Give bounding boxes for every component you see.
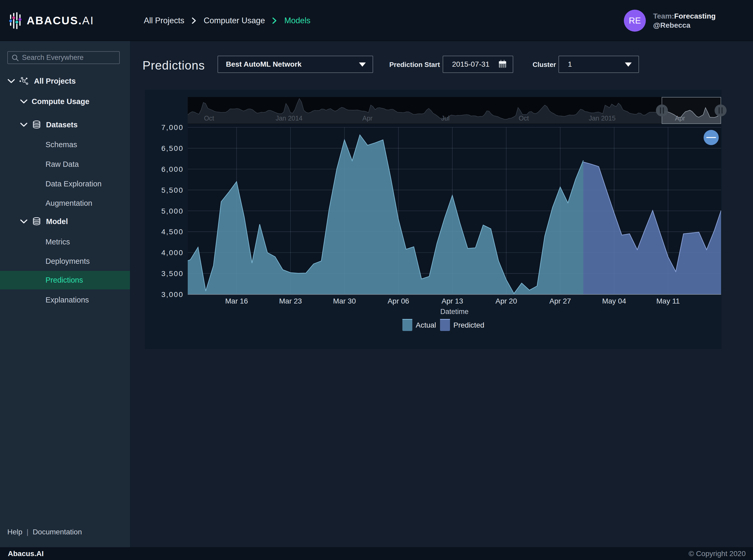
- navigator-handle-right[interactable]: [715, 104, 727, 117]
- x-axis-label: Apr 06: [388, 297, 409, 305]
- breadcrumb-models[interactable]: Models: [284, 16, 310, 25]
- team-label: Team:: [653, 12, 674, 20]
- navigator-label: Apr: [675, 115, 685, 122]
- navigator-label: Apr: [362, 115, 373, 122]
- logo-dot-purple: [19, 18, 21, 21]
- sidebar-item-label: All Projects: [34, 77, 76, 85]
- y-axis-label: 7,000: [161, 123, 183, 132]
- navigator-label: Jan 2015: [589, 115, 616, 122]
- chevron-right-icon: [191, 16, 197, 25]
- prediction-start-value: 2015-07-31: [452, 60, 490, 68]
- sidebar-item-label: Metrics: [45, 238, 70, 246]
- logo-dot-pink: [12, 17, 15, 19]
- x-axis-label: May 11: [656, 297, 680, 305]
- logo-dot-teal: [15, 21, 18, 23]
- chevron-down-icon: [20, 219, 28, 224]
- sidebar-item-compute-usage[interactable]: Compute Usage: [0, 92, 130, 111]
- navigator-label: Oct: [519, 115, 529, 122]
- y-axis-label: 5,500: [161, 186, 183, 194]
- legend-swatch-actual[interactable]: [402, 319, 412, 331]
- sidebar-item-label: Model: [46, 217, 68, 226]
- user-info: Team:Forecasting @Rebecca: [653, 12, 716, 30]
- sidebar-item-all-projects[interactable]: All Projects: [0, 72, 130, 91]
- breadcrumb-all-projects[interactable]: All Projects: [144, 16, 184, 25]
- sidebar-item-metrics[interactable]: Metrics: [0, 233, 130, 251]
- sidebar-item-label: Compute Usage: [32, 97, 90, 106]
- chevron-down-icon: [20, 99, 28, 104]
- chevron-down-icon: [7, 78, 15, 84]
- sidebar-item-label: Explanations: [45, 296, 89, 304]
- team-name: Forecasting: [674, 12, 716, 20]
- search-box[interactable]: [7, 51, 120, 64]
- prediction-start-date-input[interactable]: 2015-07-31: [443, 56, 513, 73]
- documentation-link[interactable]: Documentation: [33, 528, 82, 536]
- footer: Abacus.AI © Copyright 2020: [0, 547, 753, 560]
- cluster-dropdown[interactable]: 1: [558, 56, 639, 73]
- abacus-logo[interactable]: ABACUS.AI: [9, 12, 94, 29]
- logo-text: ABACUS.AI: [27, 14, 94, 27]
- sidebar-item-label: Raw Data: [45, 160, 79, 168]
- y-axis-label: 6,000: [161, 165, 183, 173]
- sidebar-item-label: Datasets: [46, 121, 78, 129]
- navigator-window[interactable]: [662, 97, 721, 124]
- model-dropdown-value: Best AutoML Network: [226, 60, 301, 68]
- zoom-out-button[interactable]: [704, 130, 719, 145]
- main-content: Predictions Best AutoML Network Predicti…: [130, 41, 753, 547]
- x-axis-label: Apr 20: [495, 297, 517, 305]
- link-separator: |: [27, 528, 28, 536]
- navigator-label: Jan 2014: [276, 115, 302, 122]
- sidebar-item-label: Predictions: [45, 276, 83, 284]
- projects-icon: [19, 77, 29, 85]
- x-axis-label: Mar 30: [333, 297, 356, 305]
- breadcrumb-project[interactable]: Computer Usage: [204, 16, 265, 25]
- chevron-down-icon: [359, 62, 366, 67]
- y-axis-label: 5,000: [161, 207, 183, 215]
- sidebar-item-deployments[interactable]: Deployments: [0, 252, 130, 271]
- sidebar-item-model[interactable]: Model: [0, 212, 130, 231]
- sidebar: All ProjectsCompute UsageDatasetsSchemas…: [0, 41, 130, 547]
- navigator-label: Jul: [441, 115, 450, 122]
- sidebar-item-raw-data[interactable]: Raw Data: [0, 155, 130, 174]
- footer-brand: Abacus.AI: [8, 549, 44, 558]
- search-input[interactable]: [22, 54, 116, 62]
- search-icon: [12, 54, 19, 61]
- page-title: Predictions: [142, 58, 205, 73]
- navigator-handle-left[interactable]: [656, 104, 668, 117]
- sidebar-item-data-exploration[interactable]: Data Exploration: [0, 175, 130, 193]
- user-box[interactable]: RE Team:Forecasting @Rebecca: [624, 0, 716, 41]
- chevron-right-icon: [272, 16, 277, 25]
- sidebar-item-label: Augmentation: [45, 199, 92, 207]
- y-axis-label: 3,000: [161, 291, 183, 299]
- logo-dot-blue: [9, 19, 12, 22]
- prediction-start-label: Prediction Start: [389, 61, 440, 69]
- legend-swatch-predicted[interactable]: [440, 319, 450, 331]
- calendar-icon: [498, 59, 507, 69]
- navigator-label: Oct: [204, 115, 214, 122]
- sidebar-item-predictions[interactable]: Predictions: [0, 271, 130, 289]
- avatar[interactable]: RE: [624, 10, 646, 32]
- legend-label[interactable]: Predicted: [453, 321, 484, 329]
- sidebar-item-explanations[interactable]: Explanations: [0, 291, 130, 309]
- sidebar-footer-links: Help|Documentation: [7, 528, 82, 536]
- database-icon: [32, 217, 41, 226]
- help-link[interactable]: Help: [7, 528, 22, 536]
- chevron-down-icon: [625, 62, 632, 67]
- sidebar-item-label: Data Exploration: [45, 180, 101, 188]
- y-axis-label: 6,500: [161, 144, 183, 153]
- y-axis-label: 4,500: [161, 228, 183, 236]
- sidebar-item-datasets[interactable]: Datasets: [0, 116, 130, 134]
- top-bar: ABACUS.AI All Projects Computer Usage Mo…: [0, 0, 753, 41]
- cluster-value: 1: [568, 60, 572, 68]
- chart-svg: 3,0003,5004,0004,5005,0005,5006,0006,500…: [145, 90, 721, 349]
- model-dropdown[interactable]: Best AutoML Network: [218, 56, 373, 73]
- sidebar-item-augmentation[interactable]: Augmentation: [0, 194, 130, 213]
- y-axis-label: 4,000: [161, 248, 183, 257]
- predictions-chart: 3,0003,5004,0004,5005,0005,5006,0006,500…: [145, 90, 721, 349]
- x-axis-label: Mar 16: [225, 297, 248, 305]
- chevron-down-icon: [20, 122, 28, 127]
- sidebar-item-schemas[interactable]: Schemas: [0, 136, 130, 154]
- legend-label[interactable]: Actual: [416, 321, 436, 329]
- sidebar-item-label: Schemas: [45, 140, 77, 149]
- database-icon: [32, 120, 41, 129]
- x-axis-label: Apr 13: [442, 297, 463, 305]
